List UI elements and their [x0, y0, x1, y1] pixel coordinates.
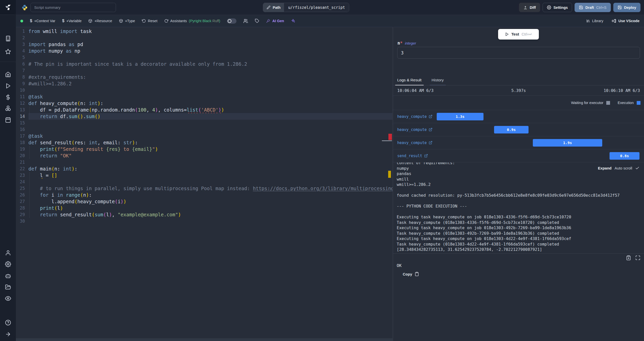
sidebar-item-workspace[interactable] [5, 36, 11, 42]
diff-button[interactable]: Diff [519, 3, 540, 12]
code-line[interactable]: def send_result(res: int, email: str): [28, 139, 392, 146]
use-vscode-button[interactable]: Use VScode [612, 19, 639, 23]
deploy-button[interactable]: Deploy [613, 3, 640, 12]
line-number[interactable]: 20 [16, 152, 25, 159]
line-number[interactable]: 30 [16, 218, 25, 224]
sidebar-item-audit[interactable] [5, 295, 11, 301]
expand-logs-button[interactable]: Expand [598, 166, 612, 170]
ai-gen-button[interactable]: AI Gen [266, 19, 284, 23]
execution-bar[interactable]: 1.9s [533, 139, 602, 147]
line-number[interactable]: 21 [16, 159, 25, 165]
code-line[interactable]: #extra_requirements: [28, 74, 392, 80]
copy-result-button[interactable]: Copy [401, 270, 421, 278]
code-line[interactable] [28, 87, 392, 93]
execution-bar[interactable]: 1.3s [437, 113, 484, 120]
add-type-button[interactable]: +Type [119, 19, 135, 23]
line-number[interactable]: 6 [16, 61, 25, 67]
settings-button[interactable]: Settings [543, 3, 572, 12]
add-context-var-button[interactable]: $+Context Var [30, 19, 55, 23]
line-number[interactable]: 19 [16, 146, 25, 152]
sidebar-item-workers[interactable] [5, 273, 11, 279]
line-number[interactable]: 11 [16, 93, 25, 100]
line-number[interactable]: 14 [16, 113, 25, 120]
tab-history[interactable]: History [430, 78, 446, 85]
add-resource-button[interactable]: +Resource [88, 19, 112, 23]
line-number[interactable]: 3 [16, 41, 25, 48]
line-number[interactable]: 5 [16, 54, 25, 61]
line-number[interactable]: 7 [16, 67, 25, 74]
add-variable-button[interactable]: $+Variable [62, 19, 82, 23]
logs-box[interactable]: content of requirements: numpy pandas wm… [393, 162, 644, 254]
sidebar-item-users[interactable] [5, 250, 11, 256]
ai-fix-button[interactable] [291, 19, 295, 23]
sidebar-item-schedules[interactable] [5, 117, 11, 123]
sidebar-item-home[interactable] [5, 71, 11, 77]
code-line[interactable]: for i in range(n): [28, 192, 392, 198]
tag-button[interactable] [255, 19, 259, 23]
line-number-gutter[interactable]: 1234567891011121314151617181920212223242… [16, 28, 25, 224]
line-number[interactable]: 12 [16, 100, 25, 107]
reset-button[interactable]: Reset [142, 19, 157, 23]
line-number[interactable]: 16 [16, 126, 25, 133]
code-line[interactable]: # to run things in parallel, simply use … [28, 185, 392, 192]
task-link[interactable]: heavy_compute [397, 114, 432, 119]
code-line[interactable]: return send_result(sum(l), "example@exam… [28, 211, 392, 218]
code-line[interactable]: @task [28, 133, 392, 139]
code-line[interactable]: #wmill>=1.286.2 [28, 80, 392, 87]
code-line[interactable]: import pandas as pd [28, 41, 392, 48]
script-summary-input[interactable] [30, 3, 116, 12]
code-line[interactable]: l = [] [28, 172, 392, 179]
sidebar-item-favorites[interactable] [5, 49, 11, 55]
line-number[interactable]: 24 [16, 179, 25, 185]
horizontal-scrollbar[interactable] [16, 338, 392, 341]
autoscroll-label[interactable]: Auto scroll [615, 166, 632, 170]
code-line[interactable] [28, 120, 392, 126]
code-line[interactable] [28, 54, 392, 61]
test-button[interactable]: Test Ctrl+↵ [498, 29, 539, 40]
task-link[interactable]: heavy_compute [397, 141, 432, 145]
code-line[interactable]: import numpy as np [28, 48, 392, 54]
code-line[interactable]: df = pd.DataFrame(np.random.randn(100, 4… [28, 107, 392, 113]
code-line[interactable] [28, 179, 392, 185]
line-number[interactable]: 26 [16, 192, 25, 198]
draft-button[interactable]: Draft Ctrl+S [575, 3, 611, 12]
sidebar-item-help[interactable] [5, 320, 11, 326]
sidebar-item-runs[interactable] [5, 83, 11, 89]
line-number[interactable]: 4 [16, 48, 25, 54]
code-line[interactable]: def main(n: int): [28, 165, 392, 172]
maximize-icon[interactable] [635, 255, 640, 260]
sidebar-item-folders[interactable] [5, 284, 11, 290]
line-number[interactable]: 17 [16, 133, 25, 139]
line-number[interactable]: 8 [16, 74, 25, 80]
code-lines[interactable]: from wmill import taskimport pandas as p… [28, 28, 392, 224]
line-number[interactable]: 22 [16, 165, 25, 172]
path-chip[interactable]: Path u/rfiszel/pleasant_script [263, 3, 349, 12]
windmill-logo[interactable] [0, 0, 16, 15]
line-number[interactable]: 18 [16, 139, 25, 146]
line-number[interactable]: 25 [16, 185, 25, 192]
clipboard-icon[interactable] [626, 255, 631, 260]
code-line[interactable]: def heavy_compute(n: int): [28, 100, 392, 107]
execution-bar[interactable]: 0.9s [494, 126, 529, 133]
line-number[interactable]: 1 [16, 28, 25, 35]
line-number[interactable]: 23 [16, 172, 25, 179]
line-number[interactable]: 13 [16, 107, 25, 113]
code-line[interactable]: print(f"Sending result {res} to {email}"… [28, 146, 392, 152]
line-number[interactable]: 27 [16, 198, 25, 205]
code-line[interactable] [28, 126, 392, 133]
code-line[interactable]: return df.sum().sum() [28, 113, 392, 120]
tab-logs-result[interactable]: Logs & Result [395, 78, 424, 85]
code-line[interactable] [28, 159, 392, 165]
code-editor[interactable]: 1234567891011121314151617181920212223242… [16, 27, 392, 341]
code-line[interactable]: # The pin is important since task is a d… [28, 61, 392, 67]
sidebar-item-settings[interactable] [5, 261, 11, 267]
library-button[interactable]: Library [586, 19, 603, 23]
assistants-button[interactable]: Assistants (Pyright Black Ruff) [164, 19, 220, 23]
argument-n-input[interactable] [397, 47, 640, 59]
code-line[interactable]: @task [28, 93, 392, 100]
task-link[interactable]: heavy_compute [397, 127, 432, 132]
line-number[interactable]: 29 [16, 211, 25, 218]
collaborators-button[interactable] [243, 19, 248, 23]
sidebar-item-variables[interactable] [5, 94, 11, 100]
sidebar-item-resources[interactable] [5, 105, 11, 111]
